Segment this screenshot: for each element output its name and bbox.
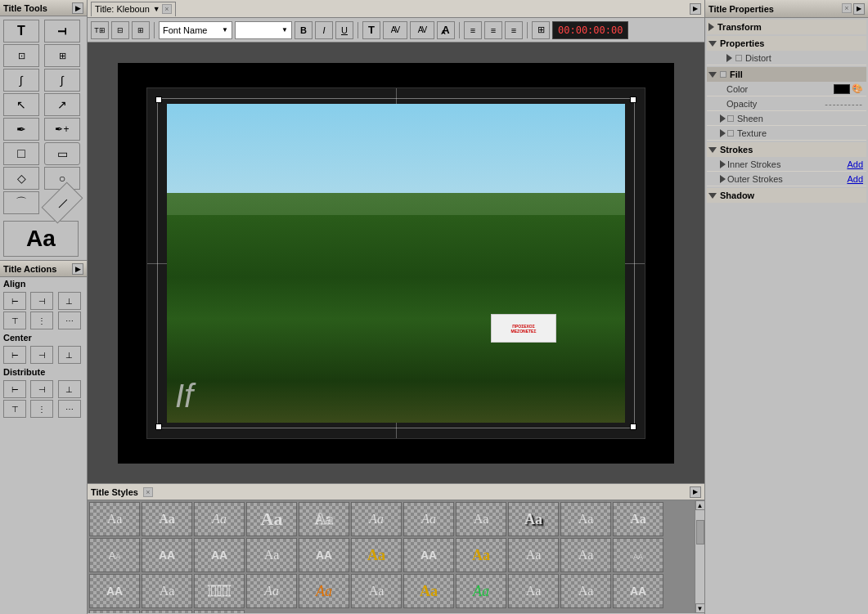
style-item-s8[interactable]: Aa	[456, 502, 506, 536]
style-item-s14[interactable]: AA	[194, 538, 245, 572]
style-item-s19[interactable]: Aa	[456, 538, 506, 572]
style-item-s28[interactable]: Aa	[351, 574, 402, 608]
properties-menu-btn[interactable]: ▶	[853, 3, 865, 15]
style-item-s5[interactable]: Aa	[299, 502, 349, 536]
style-item-s27[interactable]: Aa	[299, 574, 349, 608]
add-anchor-tool[interactable]: ✒+	[44, 118, 80, 141]
tab-stop-btn[interactable]: ⊞	[532, 21, 550, 39]
scroll-up-arrow[interactable]: ▲	[695, 500, 705, 510]
style-item-s15[interactable]: Aa	[246, 538, 297, 572]
show-background-btn[interactable]: T⊞	[91, 21, 109, 39]
style-item-s3[interactable]: Aa	[194, 502, 245, 536]
style-item-s24[interactable]: Aa	[142, 574, 192, 608]
video-panel-menu-btn[interactable]: ▶	[690, 3, 701, 15]
video-tab-close[interactable]: ×	[162, 4, 172, 14]
strokes-header[interactable]: Strokes	[707, 142, 866, 157]
align-center-text-btn[interactable]: ≡	[484, 21, 502, 39]
outer-strokes-add-btn[interactable]: Add	[847, 174, 863, 184]
style-item-s29[interactable]: Aa	[403, 574, 454, 608]
track-btn[interactable]: AV	[410, 21, 434, 39]
style-item-s22[interactable]: aa	[613, 538, 663, 572]
font-style-dropdown[interactable]: ▼	[235, 21, 292, 39]
dist-hr-btn[interactable]: ⊥	[58, 380, 81, 398]
align-right-btn[interactable]: ⊥	[58, 292, 81, 310]
style-item-s31[interactable]: Aa	[508, 574, 559, 608]
title-tools-panel-header[interactable]: Title Tools ▶	[0, 0, 87, 16]
selection-handle-br[interactable]	[630, 424, 636, 430]
bold-btn[interactable]: B	[295, 21, 313, 39]
show-grid-btn[interactable]: ⊞	[132, 21, 150, 39]
center-both-btn[interactable]: ⊥	[58, 346, 81, 364]
style-item-s36[interactable]: Aa	[194, 610, 245, 613]
style-item-s1[interactable]: Aa	[89, 502, 140, 536]
font-name-dropdown[interactable]: Font Name ▼	[159, 21, 232, 39]
vertical-type-tool[interactable]: T	[44, 20, 80, 43]
properties-close-btn[interactable]: ×	[842, 3, 852, 13]
shadow-header[interactable]: Shadow	[707, 188, 866, 203]
arc-tool[interactable]: ⌒	[3, 191, 39, 214]
direct-select-tool[interactable]: ↗	[44, 93, 80, 116]
scroll-down-arrow[interactable]: ▼	[695, 603, 705, 613]
scroll-thumb[interactable]	[696, 520, 704, 545]
style-item-s10[interactable]: Aa	[560, 502, 611, 536]
inner-strokes-add-btn[interactable]: Add	[847, 159, 863, 169]
align-vcenter-btn[interactable]: ⋮	[30, 311, 53, 329]
title-actions-menu-btn[interactable]: ▶	[72, 263, 83, 275]
italic-btn[interactable]: I	[315, 21, 333, 39]
dist-hc-btn[interactable]: ⊣	[30, 380, 53, 398]
style-item-s18[interactable]: Aa	[403, 538, 454, 572]
vertical-path-type-tool[interactable]: ∫	[44, 69, 80, 92]
style-item-s2[interactable]: Aa	[142, 502, 192, 536]
style-item-s4[interactable]: Aa	[246, 502, 297, 536]
align-hcenter-btn[interactable]: ⊣	[30, 292, 53, 310]
style-item-s35[interactable]: Aa	[142, 610, 192, 613]
align-right-text-btn[interactable]: ≡	[505, 21, 523, 39]
font-tool[interactable]: Aa	[3, 221, 79, 257]
area-type-tool[interactable]: ⊡	[3, 44, 39, 67]
style-item-s7[interactable]: Aa	[403, 502, 454, 536]
properties-section-header[interactable]: Properties	[707, 36, 866, 51]
round-rect-tool[interactable]: ▭	[44, 142, 80, 165]
style-item-s11[interactable]: Aa	[613, 502, 663, 536]
vertical-area-type-tool[interactable]: ⊞	[44, 44, 80, 67]
styles-close-btn[interactable]: ×	[143, 487, 153, 497]
dist-vc-btn[interactable]: ⋮	[30, 400, 53, 418]
center-h-btn[interactable]: ⊢	[3, 346, 26, 364]
style-item-s23[interactable]: AA	[89, 574, 140, 608]
selection-handle-bl[interactable]	[155, 424, 162, 430]
style-item-s33[interactable]: Aa	[613, 574, 663, 608]
font-size-btn[interactable]: T	[362, 21, 380, 39]
styles-menu-btn[interactable]: ▶	[690, 486, 701, 498]
align-bottom-btn[interactable]: ⋯	[58, 311, 81, 329]
style-item-s30[interactable]: Aa	[456, 574, 506, 608]
underline-btn[interactable]: U	[335, 21, 353, 39]
title-actions-header[interactable]: Title Actions ▶	[0, 261, 87, 277]
style-item-s26[interactable]: Aa	[246, 574, 297, 608]
kern-btn[interactable]: AV	[383, 21, 407, 39]
style-item-s17[interactable]: Aa	[351, 538, 402, 572]
select-tool[interactable]: ↖	[3, 93, 39, 116]
align-left-btn[interactable]: ⊢	[3, 292, 26, 310]
leading-btn[interactable]: AA	[437, 21, 455, 39]
style-item-s16[interactable]: AA	[299, 538, 349, 572]
fill-color-picker-icon[interactable]: 🎨	[852, 83, 863, 94]
style-item-s32[interactable]: Aa	[560, 574, 611, 608]
center-v-btn[interactable]: ⊣	[30, 346, 53, 364]
fill-header[interactable]: Fill	[707, 67, 866, 82]
style-item-s13[interactable]: Aa	[142, 538, 192, 572]
pen-tool[interactable]: ✒	[3, 118, 39, 141]
tab-dropdown-arrow[interactable]: ▼	[153, 5, 160, 13]
show-safe-title-btn[interactable]: ⊟	[111, 21, 129, 39]
style-item-s21[interactable]: Aa	[560, 538, 611, 572]
style-item-s25[interactable]: ΠΠ	[194, 574, 245, 608]
style-item-s9[interactable]: Aa	[508, 502, 559, 536]
dist-vb-btn[interactable]: ⋯	[58, 400, 81, 418]
title-tools-menu-btn[interactable]: ▶	[72, 2, 83, 14]
video-tab[interactable]: Title: Kleboun ▼ ×	[91, 2, 176, 16]
style-item-s12[interactable]: Aa	[89, 538, 140, 572]
selection-handle-tr[interactable]	[630, 96, 636, 103]
fill-color-swatch[interactable]	[834, 84, 850, 94]
align-top-btn[interactable]: ⊤	[3, 311, 26, 329]
dist-vt-btn[interactable]: ⊤	[3, 400, 26, 418]
selection-handle-tl[interactable]	[155, 96, 162, 103]
